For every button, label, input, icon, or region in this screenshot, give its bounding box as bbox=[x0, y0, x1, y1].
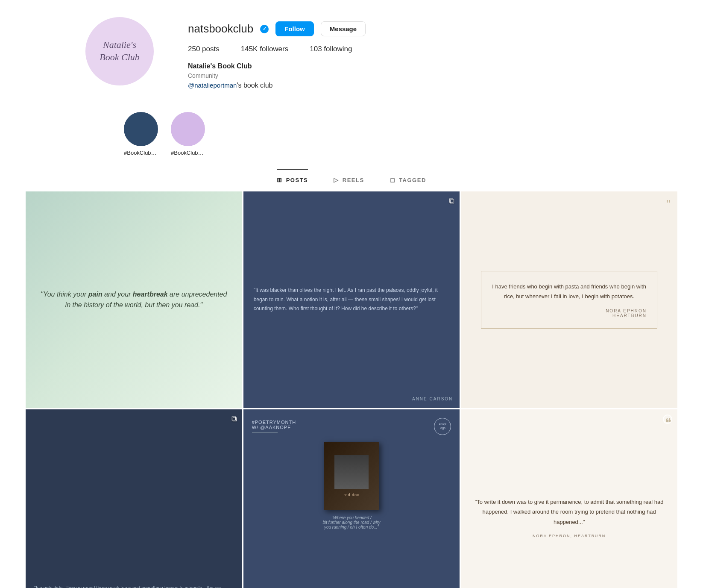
username: natsbookclub bbox=[188, 22, 253, 35]
highlight-circle-2 bbox=[171, 112, 205, 146]
post-author: NORA EPHRONHEARTBURN bbox=[492, 309, 647, 318]
following-stat[interactable]: 103 following bbox=[310, 45, 352, 53]
post-caption: "Where you headed /bit further along the… bbox=[322, 515, 380, 529]
tab-reels-label: REELS bbox=[343, 177, 364, 183]
highlight-item[interactable]: #BookClubC... bbox=[124, 112, 158, 156]
followers-stat[interactable]: 145K followers bbox=[241, 45, 289, 53]
bio-category: Community bbox=[188, 71, 677, 80]
multi-post-icon: ⧉ bbox=[231, 415, 237, 423]
posts-grid: "You think your pain and your heartbreak… bbox=[0, 190, 703, 588]
tab-posts[interactable]: ⊞ POSTS bbox=[277, 169, 308, 190]
tab-posts-label: POSTS bbox=[286, 177, 308, 183]
highlight-label-1: #BookClubC... bbox=[124, 150, 158, 156]
posts-tab-icon: ⊞ bbox=[277, 176, 283, 183]
bio-section: Natalie's Book Club Community @nataliepo… bbox=[188, 61, 677, 91]
post-quote-content: "To write it down was to give it permane… bbox=[474, 497, 665, 538]
highlights-section: #BookClubC... #BookClubP... bbox=[0, 103, 703, 165]
profile-header-row: natsbookclub ✓ Follow Message bbox=[188, 21, 677, 36]
message-button[interactable]: Message bbox=[321, 21, 366, 36]
multi-post-icon: ⧉ bbox=[449, 197, 454, 206]
book-cover-image: red doc bbox=[324, 442, 379, 510]
saved-icon bbox=[663, 415, 672, 424]
poetry-title: #POETRYMONTHW/ @AAKNOPF bbox=[252, 420, 296, 433]
follow-button[interactable]: Follow bbox=[275, 21, 314, 36]
post-author: NORA EPHRON, HEARTBURN bbox=[533, 534, 606, 538]
tab-reels[interactable]: ▷ REELS bbox=[334, 169, 364, 190]
quote-mark-icon: " bbox=[666, 198, 671, 210]
profile-info: natsbookclub ✓ Follow Message 250 posts … bbox=[188, 17, 677, 91]
post-quote: "It was blacker than olives the night I … bbox=[254, 286, 450, 314]
bio-link-row: @natalieportman's book club bbox=[188, 80, 677, 91]
post-quote: "Ice gets dirty. They go round three qui… bbox=[34, 584, 234, 588]
post-item[interactable]: #POETRYMONTHW/ @AAKNOPF knopflogo red do… bbox=[243, 409, 460, 588]
poetry-circle-logo: knopflogo bbox=[434, 418, 451, 435]
highlight-circle-1 bbox=[124, 112, 158, 146]
tab-tagged-label: TAGGED bbox=[399, 177, 426, 183]
post-quote: "To write it down was to give it permane… bbox=[474, 497, 665, 527]
highlight-item[interactable]: #BookClubP... bbox=[171, 112, 205, 156]
reels-tab-icon: ▷ bbox=[334, 176, 339, 183]
tagged-tab-icon: ◻ bbox=[390, 176, 396, 183]
poetry-header-row: #POETRYMONTHW/ @AAKNOPF knopflogo bbox=[252, 418, 451, 435]
verified-badge: ✓ bbox=[260, 25, 269, 33]
bio-link-suffix: 's book club bbox=[237, 82, 272, 89]
tab-tagged[interactable]: ◻ TAGGED bbox=[390, 169, 426, 190]
post-quote-box: I have friends who begin with pasta and … bbox=[481, 271, 657, 329]
post-item[interactable]: "You think your pain and your heartbreak… bbox=[26, 191, 242, 408]
profile-section: Natalie'sBook Club natsbookclub ✓ Follow… bbox=[0, 0, 703, 103]
post-author: ANNE CARSON bbox=[412, 397, 453, 401]
posts-stat[interactable]: 250 posts bbox=[188, 45, 220, 53]
bio-link[interactable]: @natalieportman bbox=[188, 82, 237, 89]
post-item[interactable]: "Ice gets dirty. They go round three qui… bbox=[26, 409, 242, 588]
avatar-text: Natalie'sBook Club bbox=[100, 39, 140, 63]
bio-name: Natalie's Book Club bbox=[188, 61, 677, 71]
highlight-label-2: #BookClubP... bbox=[171, 150, 205, 156]
post-item[interactable]: " I have friends who begin with pasta an… bbox=[461, 191, 677, 408]
post-item[interactable]: "It was blacker than olives the night I … bbox=[243, 191, 460, 408]
tabs-row: ⊞ POSTS ▷ REELS ◻ TAGGED bbox=[0, 169, 703, 190]
stats-row: 250 posts 145K followers 103 following bbox=[188, 45, 677, 53]
post-quote: "You think your pain and your heartbreak… bbox=[38, 289, 229, 311]
avatar[interactable]: Natalie'sBook Club bbox=[85, 17, 154, 85]
post-quote: I have friends who begin with pasta and … bbox=[492, 282, 647, 302]
post-item[interactable]: ❝ "To write it down was to give it perma… bbox=[461, 409, 677, 588]
